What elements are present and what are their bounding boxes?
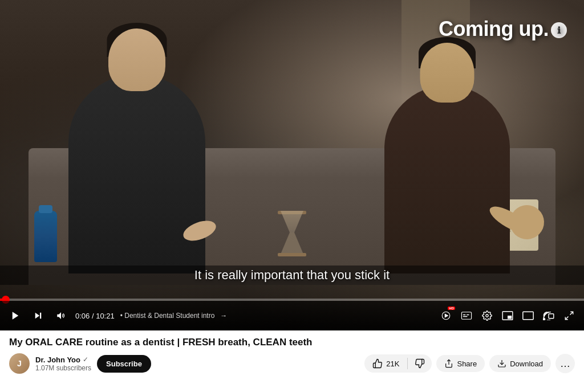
hourglass: [281, 211, 303, 256]
more-button[interactable]: …: [555, 354, 575, 373]
svg-marker-1: [35, 313, 40, 319]
next-button[interactable]: [30, 307, 47, 324]
settings-button[interactable]: [479, 308, 495, 324]
channel-info: Dr. John Yoo ✓ 1.07M subscribers: [35, 356, 91, 372]
svg-marker-5: [445, 313, 449, 318]
share-icon: [444, 359, 453, 368]
play-button[interactable]: [7, 307, 24, 324]
svg-rect-7: [463, 315, 466, 316]
subtitle-bar: It is really important that you stick it: [0, 266, 584, 285]
svg-rect-14: [549, 314, 554, 318]
svg-rect-2: [40, 313, 41, 319]
chapter-arrow[interactable]: →: [220, 312, 227, 320]
miniplayer-button[interactable]: [500, 308, 516, 324]
avatar-letter: J: [17, 359, 22, 368]
video-area[interactable]: ERIOREFINE: [0, 0, 584, 330]
download-label: Download: [510, 360, 543, 368]
share-button[interactable]: Share: [436, 355, 485, 372]
bottle-cap: [39, 205, 52, 213]
svg-rect-8: [467, 315, 469, 316]
youtube-player: ERIOREFINE: [0, 0, 584, 392]
person-right: [384, 85, 510, 273]
share-label: Share: [457, 360, 477, 368]
hourglass-bottom: [281, 232, 303, 254]
svg-rect-13: [523, 312, 533, 319]
coming-up-overlay: Coming up.: [439, 17, 567, 41]
fullscreen-button[interactable]: [561, 308, 577, 324]
subscribe-button[interactable]: Subscribe: [97, 355, 151, 373]
channel-avatar[interactable]: J: [9, 353, 30, 374]
like-count: 21K: [386, 360, 399, 368]
action-buttons: 21K: [364, 354, 575, 373]
coming-up-info-icon: [551, 22, 567, 38]
svg-marker-3: [57, 312, 61, 319]
channel-name: Dr. John Yoo: [35, 356, 80, 364]
subtitles-button[interactable]: [459, 308, 474, 324]
volume-button[interactable]: [52, 307, 70, 324]
svg-line-17: [570, 312, 573, 315]
autoplay-button[interactable]: HD: [438, 308, 454, 324]
svg-rect-6: [461, 312, 471, 319]
time-display: 0:06 / 10:21: [75, 312, 115, 320]
person-left: [68, 74, 205, 273]
head-right: [420, 43, 474, 103]
channel-name-row: Dr. John Yoo ✓: [35, 356, 91, 364]
controls-bar: 0:06 / 10:21 • Dentist & Dental Student …: [0, 301, 584, 330]
coming-up-text: Coming up.: [439, 17, 549, 40]
hd-badge: HD: [448, 307, 455, 310]
svg-marker-0: [13, 312, 19, 320]
chapter-text: • Dentist & Dental Student intro: [120, 312, 215, 320]
mouthwash-bottle: [34, 211, 57, 262]
thumbs-up-icon: [372, 358, 383, 369]
svg-point-16: [543, 318, 545, 320]
download-button[interactable]: Download: [489, 355, 551, 372]
svg-rect-12: [508, 316, 512, 319]
video-info-area: My ORAL CARE routine as a dentist | FRES…: [0, 330, 584, 392]
thumbs-down-icon: [415, 358, 425, 369]
svg-rect-9: [463, 316, 468, 317]
dislike-button[interactable]: [408, 354, 432, 373]
subscriber-count: 1.07M subscribers: [35, 364, 91, 372]
like-button[interactable]: 21K: [364, 354, 407, 373]
theater-mode-button[interactable]: [520, 308, 536, 324]
like-dislike-wrapper: 21K: [364, 354, 432, 373]
video-background: ERIOREFINE: [0, 0, 584, 330]
more-icon: …: [560, 358, 570, 370]
right-controls: HD: [438, 308, 577, 324]
svg-point-10: [486, 315, 489, 317]
download-icon: [497, 359, 506, 368]
cast-button[interactable]: [541, 308, 557, 324]
svg-line-18: [565, 317, 568, 320]
hourglass-top: [281, 211, 303, 232]
video-title: My ORAL CARE routine as a dentist | FRES…: [9, 336, 575, 349]
subtitle-text: It is really important that you stick it: [194, 268, 390, 282]
channel-row: J Dr. John Yoo ✓ 1.07M subscribers Subsc…: [9, 353, 575, 374]
verified-icon: ✓: [83, 356, 88, 364]
head-left: [108, 28, 165, 91]
hourglass-stand-bottom: [278, 253, 306, 256]
